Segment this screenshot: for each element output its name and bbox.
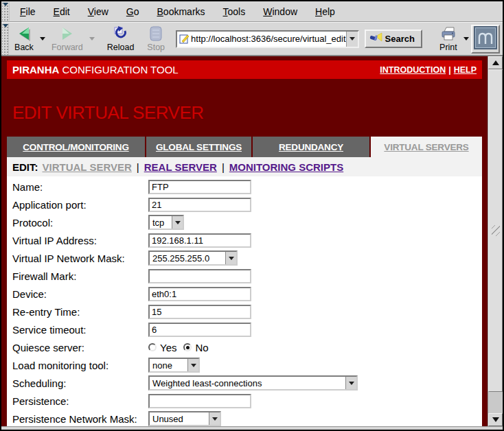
menu-help[interactable]: Help — [306, 3, 344, 20]
back-icon — [15, 25, 33, 42]
form-row-name: Name: — [12, 178, 482, 196]
firewall-mark-input[interactable] — [148, 269, 251, 283]
field-control-name — [148, 180, 251, 194]
menu-file[interactable]: File — [11, 3, 45, 20]
search-label: Search — [385, 34, 415, 44]
forward-label: Forward — [51, 43, 83, 52]
menu-go[interactable]: Go — [117, 3, 148, 20]
tab-control-monitoring[interactable]: CONTROL/MONITORING — [7, 137, 145, 157]
subnav-link-real-server[interactable]: REAL SERVER — [144, 161, 217, 173]
device-input[interactable] — [148, 287, 251, 301]
banner-brand: PIRANHA — [12, 64, 59, 75]
application-port-input[interactable] — [148, 198, 251, 212]
piranha-page: PIRANHA CONFIGURATION TOOL INTRODUCTION|… — [1, 56, 488, 426]
print-dropdown-icon[interactable] — [463, 37, 469, 40]
persistence-network-mask-select[interactable]: Unused — [148, 411, 221, 426]
field-label-re-entry-time: Re-entry Time: — [12, 306, 148, 318]
field-control-firewall-mark — [148, 269, 251, 283]
url-dropdown-icon[interactable] — [346, 32, 358, 47]
load-monitoring-tool-select[interactable]: none — [148, 358, 200, 373]
banner-links: INTRODUCTION|HELP — [380, 65, 477, 75]
url-input[interactable]: http://localhost:3636/secure/virtual_edi… — [191, 32, 345, 47]
protocol-selected-value: tcp — [150, 218, 172, 228]
field-label-protocol: Protocol: — [12, 217, 148, 229]
field-label-persistence-network-mask: Persistence Network Mask: — [12, 413, 148, 425]
back-dropdown-icon[interactable] — [40, 37, 45, 40]
page-title: EDIT VIRTUAL SERVER — [12, 102, 482, 123]
field-label-device: Device: — [12, 288, 148, 300]
forward-dropdown-icon[interactable] — [89, 37, 95, 40]
field-control-virtual-ip-address — [148, 233, 251, 248]
chevron-down-icon[interactable] — [187, 359, 198, 371]
print-button[interactable]: Print — [436, 24, 461, 54]
persistence-input[interactable] — [148, 394, 251, 408]
subnav-prefix: EDIT: — [12, 161, 38, 173]
quiesce-server-option-yes: Yes — [148, 342, 176, 353]
field-label-scheduling: Scheduling: — [12, 377, 148, 389]
field-label-quiesce-server: Quiesce server: — [12, 342, 148, 353]
name-input[interactable] — [148, 180, 251, 194]
forward-icon — [58, 25, 76, 42]
subnav-link-monitoring-scripts[interactable]: MONITORING SCRIPTS — [229, 161, 343, 173]
forward-button[interactable]: Forward — [48, 24, 87, 54]
field-control-application-port — [148, 198, 251, 212]
scheduling-select[interactable]: Weighted least-connections — [148, 375, 358, 391]
vertical-scrollbar[interactable] — [488, 56, 503, 426]
form-row-virtual-ip-address: Virtual IP Address: — [12, 231, 482, 249]
menu-view[interactable]: View — [79, 3, 117, 20]
menu-bookmarks[interactable]: Bookmarks — [148, 3, 214, 20]
quiesce-server-yes-radio[interactable] — [148, 343, 157, 351]
quiesce-server-no-radio[interactable] — [183, 343, 192, 351]
back-button[interactable]: Back — [11, 24, 37, 54]
load-monitoring-tool-selected-value: none — [150, 360, 187, 371]
quiesce-server-yes-label: Yes — [160, 342, 176, 353]
tab-virtual-servers[interactable]: VIRTUAL SERVERS — [371, 137, 482, 157]
search-flashlight-icon — [369, 32, 382, 45]
toolbar-grippy[interactable] — [2, 23, 9, 55]
quiesce-server-option-no: No — [183, 342, 208, 353]
scroll-down-icon[interactable] — [488, 413, 503, 426]
chevron-down-icon[interactable] — [225, 252, 236, 264]
reload-label: Reload — [107, 43, 135, 52]
tab-redundancy[interactable]: REDUNDANCY — [253, 137, 369, 157]
chevron-down-icon[interactable] — [172, 216, 183, 229]
menu-edit[interactable]: Edit — [45, 3, 79, 20]
chevron-down-icon[interactable] — [345, 377, 356, 389]
reload-button[interactable]: Reload — [104, 24, 138, 54]
banner-link-introduction[interactable]: INTRODUCTION — [380, 65, 446, 75]
mozilla-logo-button[interactable] — [471, 25, 500, 54]
banner-link-separator: | — [448, 65, 451, 75]
url-bar[interactable]: http://localhost:3636/secure/virtual_edi… — [176, 30, 358, 48]
banner-link-help[interactable]: HELP — [454, 65, 477, 75]
subnav-link-virtual-server[interactable]: VIRTUAL SERVER — [43, 161, 132, 173]
piranha-banner: PIRANHA CONFIGURATION TOOL INTRODUCTION|… — [7, 60, 482, 79]
menu-bar: FileEditViewGoBookmarksToolsWindowHelp — [1, 1, 503, 22]
stop-button[interactable]: Stop — [144, 24, 168, 54]
chevron-down-icon[interactable] — [209, 412, 220, 425]
banner-title-rest: CONFIGURATION TOOL — [59, 64, 178, 75]
form-row-virtual-ip-network-mask: Virtual IP Network Mask:255.255.255.0 — [12, 249, 482, 267]
form-row-firewall-mark: Firewall Mark: — [12, 267, 482, 285]
scroll-up-icon[interactable] — [488, 56, 503, 69]
menubar-items: FileEditViewGoBookmarksToolsWindowHelp — [11, 3, 344, 20]
form-row-device: Device: — [12, 285, 482, 303]
toolbar-grippy[interactable] — [2, 2, 10, 21]
service-timeout-input[interactable] — [148, 323, 251, 337]
virtual-ip-address-input[interactable] — [148, 233, 251, 248]
edit-subnav: EDIT: VIRTUAL SERVER|REAL SERVER|MONITOR… — [7, 157, 482, 176]
menu-tools[interactable]: Tools — [214, 3, 255, 20]
search-button[interactable]: Search — [365, 30, 422, 48]
menu-window[interactable]: Window — [254, 3, 306, 20]
re-entry-time-input[interactable] — [148, 305, 251, 319]
field-label-name: Name: — [12, 181, 148, 193]
virtual-ip-network-mask-select[interactable]: 255.255.255.0 — [148, 251, 238, 266]
field-label-service-timeout: Service timeout: — [12, 324, 148, 336]
tab-global-settings[interactable]: GLOBAL SETTINGS — [146, 137, 251, 157]
mozilla-m-icon — [474, 26, 497, 52]
scrollbar-thumb[interactable] — [488, 69, 503, 392]
quiesce-server-no-label: No — [195, 342, 208, 353]
field-control-persistence — [148, 394, 251, 408]
window-bottom-frame — [1, 426, 503, 430]
scrollbar-track[interactable] — [488, 69, 503, 413]
protocol-select[interactable]: tcp — [148, 215, 184, 230]
